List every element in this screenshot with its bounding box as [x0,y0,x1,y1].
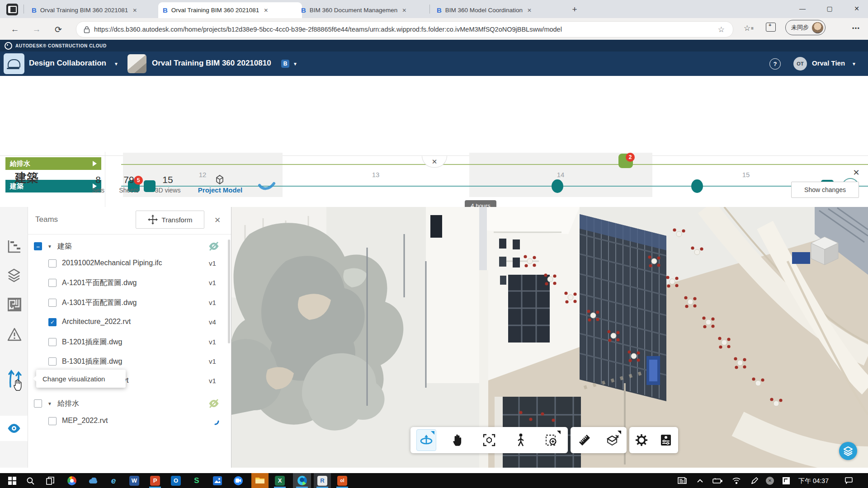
measure-tool-button[interactable] [575,429,594,451]
pen-icon[interactable] [748,474,761,487]
milestone-circle[interactable] [691,179,703,193]
group-label[interactable]: 建築 [57,242,72,251]
file-name[interactable]: B-1201插座圖.dwg [62,338,122,347]
url-text[interactable]: https://dcs.b360.autodesk.com/home/proje… [94,26,714,33]
browser-tab-2-active[interactable]: B Orval Training BIM 360 2021081 ✕ [158,2,302,18]
browser-tab-3[interactable]: B BIM 360 Document Managemen ✕ [297,2,437,18]
show-changes-button[interactable]: Show changes [791,182,859,198]
mute-circle-icon[interactable]: ✕ [763,474,777,487]
forward-icon[interactable]: → [30,23,43,35]
window-close-button[interactable]: ✕ [846,0,867,17]
group-checkbox[interactable]: – [34,242,42,250]
play-icon[interactable] [93,161,97,166]
hidden-icons-chevron[interactable] [693,474,707,487]
file-checkbox[interactable] [48,279,57,287]
address-bar[interactable]: https://dcs.b360.autodesk.com/home/proje… [76,21,733,38]
design-collaboration-icon[interactable] [4,53,24,74]
start-button[interactable] [5,474,19,487]
bookmark-star-icon[interactable]: ☆ [718,25,725,34]
zoom-window-button[interactable] [542,429,562,451]
window-maximize-button[interactable]: ▢ [819,0,840,17]
edge-icon[interactable] [295,474,309,487]
section-tool-button[interactable] [603,429,623,451]
visibility-off-icon[interactable] [208,399,220,408]
refresh-icon[interactable]: ⟳ [52,23,65,35]
milestone-circle[interactable] [552,179,563,193]
file-checkbox[interactable] [48,259,57,267]
favorites-bar-icon[interactable]: ☆≡ [741,21,756,35]
user-name[interactable]: Orval Tien [812,59,845,67]
notification-icon[interactable] [842,474,855,487]
clock[interactable]: 下午 04:37 [798,477,829,485]
group-label[interactable]: 給排水 [57,399,79,408]
browser-profile-button[interactable]: 未同步 [785,20,826,35]
app-switch-caret-icon[interactable]: ▼ [114,61,118,66]
rail-visibility-tab[interactable] [0,416,28,441]
teams-close-icon[interactable]: ✕ [212,215,222,225]
chrome-icon[interactable] [65,474,79,487]
photos-icon[interactable] [211,474,224,487]
browser-menu-icon[interactable]: ⋯ [849,22,863,34]
office-app-icon[interactable]: ol [335,474,349,487]
snip-icon[interactable] [779,474,793,487]
file-explorer-icon[interactable] [253,474,267,487]
tab-close-icon[interactable]: ✕ [264,7,268,14]
user-menu-caret-icon[interactable]: ▼ [852,61,856,66]
sheet-plan-icon[interactable] [6,296,23,313]
battery-icon[interactable] [711,474,724,487]
timeline-collapse-button[interactable]: ✕ [422,156,447,168]
timeline-levels-icon[interactable] [6,239,22,254]
project-caret-icon[interactable]: ▼ [293,61,297,66]
user-avatar[interactable]: OT [793,57,807,70]
project-name[interactable]: Orval Training BIM 360 20210810 [152,59,271,68]
back-icon[interactable]: ← [8,23,22,35]
powerpoint-icon[interactable]: P [148,474,162,487]
file-name[interactable]: Architecture_2022.rvt [62,318,131,326]
lane-plumbing-bar[interactable]: 給排水 [5,157,101,170]
tab-actions-icon[interactable] [6,4,18,15]
onedrive-icon[interactable] [86,474,99,487]
app-name[interactable]: Design Collaboration [29,59,106,68]
file-checkbox[interactable] [48,417,57,425]
file-name[interactable]: MEP_2022.rvt [62,417,108,425]
r-studio-icon[interactable]: R [316,474,329,487]
file-checkbox[interactable] [48,299,57,307]
pan-tool-button[interactable] [448,429,467,451]
tab-close-icon[interactable]: ✕ [527,7,532,14]
excel-icon[interactable]: X [273,474,287,487]
group-caret-icon[interactable]: ▼ [47,401,52,406]
display-settings-icon[interactable] [656,429,676,451]
search-icon[interactable] [24,474,37,487]
help-icon[interactable]: ? [769,58,781,70]
group-caret-icon[interactable]: ▼ [47,244,52,249]
panel-close-icon[interactable]: ✕ [851,167,862,178]
browser-tab-1[interactable]: B Orval Training BIM 360 2021081 ✕ [27,2,165,18]
first-person-button[interactable] [511,429,531,451]
model-layers-fab[interactable] [839,442,857,460]
internet-explorer-icon[interactable]: e [107,474,120,487]
file-name[interactable]: A-1301平面配置圖.dwg [62,298,137,308]
file-checkbox[interactable] [48,357,57,366]
layers-icon[interactable] [6,267,22,283]
window-minimize-button[interactable]: — [792,0,813,17]
teams-scrollbar[interactable] [228,239,230,343]
browser-tab-4[interactable]: B BIM 360 Model Coordination ✕ [432,2,571,18]
collections-icon[interactable]: + [766,23,776,32]
fit-view-button[interactable] [479,429,499,451]
file-checkbox-checked[interactable]: ✓ [48,318,57,326]
file-name[interactable]: A-1201平面配置圖.dwg [62,278,137,288]
task-view-icon[interactable] [43,474,57,487]
visibility-off-icon[interactable] [208,241,220,251]
transform-button[interactable]: Transform [136,211,204,229]
video-app-icon[interactable] [231,474,245,487]
file-name[interactable]: 20191002Mechanical Piping.ifc [62,259,162,267]
news-widget-icon[interactable] [675,474,689,487]
word-icon[interactable]: W [127,474,141,487]
settings-gear-icon[interactable] [632,429,651,451]
group-checkbox[interactable] [34,399,42,408]
chat-app-icon[interactable]: S [190,474,203,487]
new-tab-button[interactable]: + [569,4,580,15]
orbit-tool-button[interactable] [416,429,436,451]
issues-warning-icon[interactable] [6,326,23,343]
wifi-icon[interactable] [730,474,743,487]
